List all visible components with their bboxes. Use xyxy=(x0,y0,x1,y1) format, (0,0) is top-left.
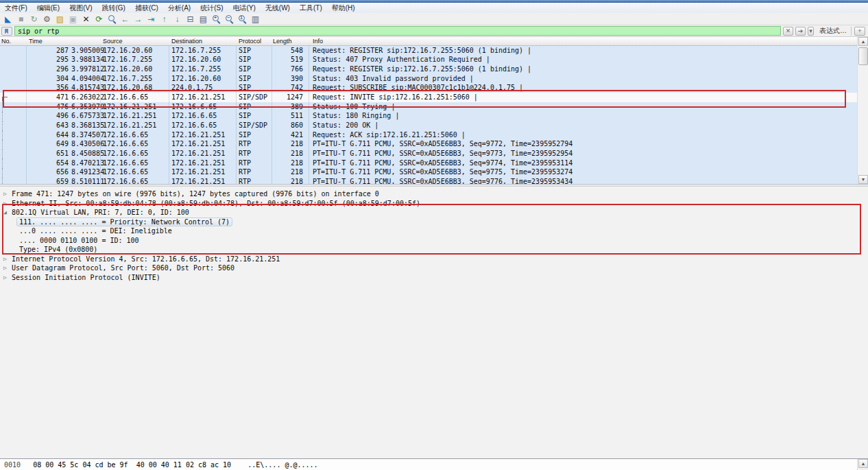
packet-row-659[interactable]: 6598.510111172.16.6.65172.16.21.251RTP21… xyxy=(0,178,868,184)
detail-text: Frame 471: 1247 bytes on wire (9976 bits… xyxy=(12,189,379,199)
expander-collapsed-icon[interactable]: ▷ xyxy=(3,255,7,264)
cell-info: Request: REGISTER sip:172.16.7.255:5060 … xyxy=(313,65,531,73)
detail-line-4[interactable]: ...0 .... .... .... = DEI: Ineligible xyxy=(0,226,868,236)
cell-dst: 172.16.7.255 xyxy=(171,65,221,73)
menu-item-4[interactable]: 捕获(C) xyxy=(130,3,163,13)
column-header-protocol[interactable]: Protocol xyxy=(239,38,261,45)
expander-collapsed-icon[interactable]: ▷ xyxy=(3,199,7,209)
hex-pane-scrollbar[interactable]: ▲ xyxy=(857,459,868,470)
packet-row-296[interactable]: 2963.997812172.16.20.60172.16.7.255SIP76… xyxy=(0,64,868,74)
capture-options-icon[interactable]: ⚙ xyxy=(40,14,53,25)
colorize-icon[interactable]: ▤ xyxy=(197,14,210,25)
packet-list-pane: No.TimeSourceDestinationProtocolLengthIn… xyxy=(0,37,868,184)
packet-row-644[interactable]: 6448.374507172.16.6.65172.16.21.251SIP42… xyxy=(0,130,868,140)
packet-row-471[interactable]: 4716.263022172.16.6.65172.16.21.251SIP/S… xyxy=(0,93,868,102)
goto-packet-icon[interactable]: ⇥ xyxy=(145,14,158,25)
packet-row-649[interactable]: 6498.430506172.16.6.65172.16.21.251RTP21… xyxy=(0,140,868,150)
apply-filter-button[interactable]: ➔ xyxy=(795,27,806,36)
packet-row-304[interactable]: 3044.094004172.16.7.255172.16.20.60SIP39… xyxy=(0,74,868,84)
menu-item-8[interactable]: 无线(W) xyxy=(261,3,295,13)
column-header-length[interactable]: Length xyxy=(273,38,292,45)
detail-text: User Datagram Protocol, Src Port: 5060, … xyxy=(12,263,234,273)
restart-capture-icon[interactable]: ↻ xyxy=(27,14,40,25)
column-header-no[interactable]: No. xyxy=(1,38,11,45)
close-file-icon[interactable]: ✕ xyxy=(80,14,93,25)
expander-collapsed-icon[interactable]: ▷ xyxy=(3,263,7,273)
expander-collapsed-icon[interactable]: ▷ xyxy=(3,273,7,283)
resize-columns-icon[interactable]: ▥ xyxy=(249,14,262,25)
filter-bookmark-icon[interactable] xyxy=(1,27,12,36)
menu-item-1[interactable]: 编辑(E) xyxy=(32,3,64,13)
column-header-time[interactable]: Time xyxy=(29,38,43,45)
expander-expanded-icon[interactable]: ◢ xyxy=(3,208,7,218)
cell-src: 172.16.7.255 xyxy=(103,75,152,82)
packet-row-654[interactable]: 6548.470213172.16.6.65172.16.21.251RTP21… xyxy=(0,158,868,168)
expander-collapsed-icon[interactable]: ▷ xyxy=(3,189,7,199)
scroll-down-arrow-icon[interactable]: ▼ xyxy=(858,175,868,184)
hex-dump-row[interactable]: 0010 08 00 45 5c 04 cd be 9f 40 00 40 11… xyxy=(4,461,318,469)
reload-icon[interactable]: ⟳ xyxy=(93,14,106,25)
packet-row-496[interactable]: 4966.675733172.16.21.251172.16.6.65SIP51… xyxy=(0,112,868,121)
zoom-in-icon[interactable]: + xyxy=(210,14,223,25)
hex-dump-pane[interactable]: 0010 08 00 45 5c 04 cd be 9f 40 00 40 11… xyxy=(0,458,868,470)
cell-dst: 172.16.21.251 xyxy=(171,168,225,176)
menu-item-5[interactable]: 分析(A) xyxy=(163,3,195,13)
cell-pro: SIP xyxy=(239,65,251,73)
packet-row-476[interactable]: 4766.353979172.16.21.251172.16.6.65SIP38… xyxy=(0,102,868,112)
column-header-destination[interactable]: Destination xyxy=(171,38,202,45)
find-packet-icon[interactable] xyxy=(106,14,119,25)
cell-len: 218 xyxy=(291,168,303,176)
menu-item-2[interactable]: 视图(V) xyxy=(64,3,97,13)
add-filter-button[interactable]: + xyxy=(854,27,865,36)
packet-row-287[interactable]: 2873.905009172.16.20.60172.16.7.255SIP54… xyxy=(0,46,868,56)
cell-src: 172.16.21.251 xyxy=(103,103,156,110)
zoom-out-icon[interactable]: − xyxy=(223,14,236,25)
column-header-info[interactable]: Info xyxy=(313,38,323,45)
detail-line-6[interactable]: Type: IPv4 (0x0800) xyxy=(0,245,868,255)
open-file-icon[interactable]: ▨ xyxy=(53,14,67,25)
packet-row-643[interactable]: 6438.368135172.16.21.251172.16.6.65SIP/S… xyxy=(0,121,868,131)
shark-fin-start-capture-icon[interactable]: ◣ xyxy=(1,14,14,25)
menu-item-9[interactable]: 工具(T) xyxy=(295,3,327,13)
menu-item-10[interactable]: 帮助(H) xyxy=(327,3,360,13)
detail-line-2[interactable]: ◢802.1Q Virtual LAN, PRI: 7, DEI: 0, ID:… xyxy=(0,208,868,218)
packet-row-356[interactable]: 3564.815743172.16.20.68224.0.1.75SIP742R… xyxy=(0,84,868,93)
menu-item-0[interactable]: 文件(F) xyxy=(0,3,32,13)
save-file-icon[interactable]: ▣ xyxy=(67,14,80,25)
go-bottom-icon[interactable]: ↓ xyxy=(171,14,184,25)
display-filter-input[interactable] xyxy=(14,26,781,36)
packet-row-656[interactable]: 6568.491234172.16.6.65172.16.21.251RTP21… xyxy=(0,168,868,178)
detail-line-7[interactable]: ▷Internet Protocol Version 4, Src: 172.1… xyxy=(0,255,868,264)
cell-dst: 172.16.20.60 xyxy=(171,75,221,82)
zoom-original-icon[interactable]: 1 xyxy=(236,14,249,25)
go-top-icon[interactable]: ↑ xyxy=(158,14,171,25)
detail-line-0[interactable]: ▷Frame 471: 1247 bytes on wire (9976 bit… xyxy=(0,189,868,199)
menu-item-7[interactable]: 电话(Y) xyxy=(228,3,261,13)
detail-text: 111. .... .... .... = Priority: Network … xyxy=(19,218,232,227)
filter-history-caret[interactable]: ▾ xyxy=(808,27,814,36)
clear-filter-button[interactable]: ✕ xyxy=(783,27,793,36)
packet-list-scrollbar[interactable]: ▲ ▼ xyxy=(857,37,868,184)
detail-line-5[interactable]: .... 0000 0110 0100 = ID: 100 xyxy=(0,236,868,246)
menu-item-6[interactable]: 统计(S) xyxy=(195,3,228,13)
expression-button[interactable]: 表达式… xyxy=(819,26,847,36)
detail-line-3[interactable]: 111. .... .... .... = Priority: Network … xyxy=(0,218,868,227)
scroll-up-arrow-icon[interactable]: ▲ xyxy=(858,37,868,46)
packet-list-header[interactable]: No.TimeSourceDestinationProtocolLengthIn… xyxy=(0,37,868,46)
stop-capture-icon[interactable]: ■ xyxy=(14,14,27,25)
packet-row-295[interactable]: 2953.988134172.16.7.255172.16.20.60SIP51… xyxy=(0,56,868,65)
packet-row-651[interactable]: 6518.450885172.16.6.65172.16.21.251RTP21… xyxy=(0,150,868,159)
detail-line-9[interactable]: ▷Session Initiation Protocol (INVITE) xyxy=(0,273,868,283)
cell-pro: SIP xyxy=(239,131,251,139)
go-back-icon[interactable]: ← xyxy=(119,14,132,25)
column-header-source[interactable]: Source xyxy=(103,38,123,45)
cell-len: 548 xyxy=(291,47,303,54)
detail-line-8[interactable]: ▷User Datagram Protocol, Src Port: 5060,… xyxy=(0,263,868,273)
scrollbar-thumb[interactable] xyxy=(858,47,868,65)
menu-item-3[interactable]: 跳转(G) xyxy=(97,3,130,13)
go-forward-icon[interactable]: → xyxy=(132,14,145,25)
autoscroll-icon[interactable]: ⊟ xyxy=(184,14,197,25)
cell-src: 172.16.6.65 xyxy=(103,178,148,184)
detail-line-1[interactable]: ▷Ethernet II, Src: 00:a8:59:db:04:78 (00… xyxy=(0,199,868,209)
hex-scroll-up-arrow-icon[interactable]: ▲ xyxy=(858,459,868,468)
